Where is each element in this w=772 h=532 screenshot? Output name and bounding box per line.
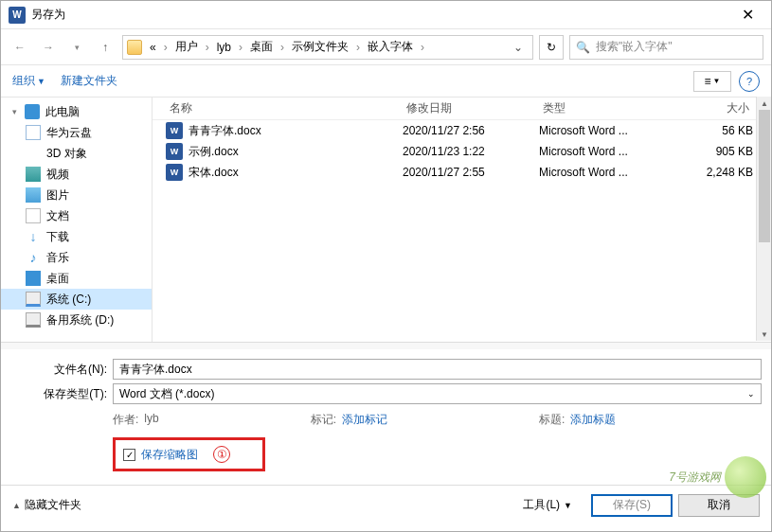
col-date[interactable]: 修改日期 — [403, 100, 539, 116]
sidebar-scrollbar[interactable]: ▲ ▼ — [756, 97, 771, 341]
nav-recent-icon[interactable]: ▾ — [65, 36, 88, 59]
music-icon: ♪ — [26, 250, 41, 265]
file-size: 56 KB — [668, 124, 753, 137]
address-dropdown-icon[interactable]: ⌄ — [508, 41, 529, 54]
new-folder-button[interactable]: 新建文件夹 — [61, 73, 117, 89]
search-placeholder: 搜索"嵌入字体" — [596, 39, 673, 55]
file-date: 2020/11/23 1:22 — [403, 145, 539, 158]
video-icon — [26, 167, 41, 182]
file-list: 名称 修改日期 类型 大小 W青青字体.docx2020/11/27 2:56M… — [153, 98, 771, 342]
sidebar-item[interactable]: 系统 (C:) — [1, 289, 152, 310]
expand-icon[interactable]: ▾ — [12, 107, 17, 116]
file-type: Microsoft Word ... — [539, 166, 668, 179]
file-type: Microsoft Word ... — [539, 124, 668, 137]
crumb[interactable]: 嵌入字体 — [364, 37, 417, 57]
file-row[interactable]: W青青字体.docx2020/11/27 2:56Microsoft Word … — [153, 120, 771, 141]
crumb[interactable]: 用户 — [171, 37, 202, 57]
scroll-up-icon[interactable]: ▲ — [757, 97, 772, 110]
sidebar-item[interactable]: 备用系统 (D:) — [1, 310, 152, 330]
sidebar-item-label: 音乐 — [46, 250, 69, 266]
filetype-select[interactable]: Word 文档 (*.docx)⌄ — [113, 383, 762, 404]
title-label: 标题: — [539, 412, 565, 428]
save-thumbnail-label[interactable]: 保存缩略图 — [141, 447, 198, 463]
annotation-1: ① — [213, 446, 230, 463]
crumb[interactable]: 桌面 — [246, 37, 277, 57]
save-thumbnail-highlight: ✓ 保存缩略图 ① — [113, 437, 265, 471]
word-file-icon: W — [166, 143, 183, 160]
word-app-icon: W — [9, 7, 26, 24]
view-mode-button[interactable]: ≡▼ — [693, 71, 731, 92]
tags-value[interactable]: 添加标记 — [342, 412, 387, 428]
pc-icon — [25, 104, 40, 119]
threed-icon — [26, 146, 41, 161]
pic-icon — [26, 187, 41, 203]
sidebar-item[interactable]: ▾此电脑 — [1, 101, 152, 122]
file-name: 示例.docx — [189, 144, 403, 160]
sidebar-item[interactable]: 华为云盘 — [1, 122, 152, 143]
drive-icon — [26, 292, 41, 307]
sidebar-item-label: 下载 — [46, 229, 69, 245]
author-value[interactable]: lyb — [144, 412, 158, 428]
word-file-icon: W — [166, 122, 183, 139]
sidebar-item[interactable]: 桌面 — [1, 268, 152, 289]
desk-icon — [26, 271, 41, 286]
sidebar-item[interactable]: ♪音乐 — [1, 247, 152, 268]
doc-icon — [26, 208, 41, 223]
address-bar[interactable]: «› 用户› lyb› 桌面› 示例文件夹› 嵌入字体› ⌄ — [122, 35, 533, 60]
tools-menu[interactable]: 工具(L)▼ — [523, 497, 572, 513]
crumb[interactable]: 示例文件夹 — [288, 37, 352, 57]
folder-icon — [127, 40, 142, 55]
cloud-icon — [26, 125, 41, 140]
col-size[interactable]: 大小 — [668, 100, 753, 116]
sidebar-item-label: 华为云盘 — [46, 125, 92, 141]
sidebar: ▾此电脑华为云盘3D 对象视频图片文档↓下载♪音乐桌面系统 (C:)备用系统 (… — [1, 98, 153, 342]
sidebar-item[interactable]: 文档 — [1, 205, 152, 226]
sidebar-item[interactable]: 3D 对象 — [1, 143, 152, 164]
file-size: 905 KB — [668, 145, 753, 158]
file-row[interactable]: W示例.docx2020/11/23 1:22Microsoft Word ..… — [153, 141, 771, 162]
nav-forward-icon: → — [37, 36, 60, 59]
sidebar-item-label: 图片 — [46, 187, 69, 204]
file-size: 2,248 KB — [668, 166, 753, 179]
search-icon: 🔍 — [576, 41, 590, 54]
filetype-label: 保存类型(T): — [10, 386, 113, 402]
sidebar-item[interactable]: 视频 — [1, 164, 152, 185]
sidebar-item-label: 此电脑 — [45, 104, 80, 120]
organize-menu[interactable]: 组织▼ — [12, 73, 45, 89]
search-input[interactable]: 🔍 搜索"嵌入字体" — [569, 35, 763, 60]
save-thumbnail-checkbox[interactable]: ✓ — [123, 449, 135, 461]
tags-label: 标记: — [311, 412, 336, 428]
file-date: 2020/11/27 2:55 — [403, 166, 539, 179]
scroll-down-icon[interactable]: ▼ — [757, 328, 772, 341]
sidebar-item-label: 视频 — [46, 167, 69, 183]
cancel-button[interactable]: 取消 — [678, 494, 760, 517]
sidebar-item[interactable]: 图片 — [1, 185, 152, 205]
crumb[interactable]: lyb — [213, 39, 235, 56]
file-name: 青青字体.docx — [189, 123, 403, 139]
filename-input[interactable]: 青青字体.docx — [113, 359, 762, 380]
word-file-icon: W — [166, 164, 183, 181]
author-label: 作者: — [113, 412, 138, 428]
sidebar-item-label: 3D 对象 — [46, 146, 87, 162]
col-name[interactable]: 名称 — [166, 100, 403, 116]
down-icon: ↓ — [26, 229, 41, 244]
refresh-icon[interactable]: ↻ — [539, 35, 564, 60]
col-type[interactable]: 类型 — [539, 100, 668, 116]
sidebar-item[interactable]: ↓下载 — [1, 226, 152, 247]
file-date: 2020/11/27 2:56 — [403, 124, 539, 137]
save-button[interactable]: 保存(S) — [591, 494, 673, 517]
title-value[interactable]: 添加标题 — [570, 412, 616, 428]
help-icon[interactable]: ? — [739, 71, 760, 92]
crumb[interactable]: « — [146, 39, 160, 56]
file-row[interactable]: W宋体.docx2020/11/27 2:55Microsoft Word ..… — [153, 162, 771, 183]
nav-up-icon[interactable]: ↑ — [94, 36, 117, 59]
nav-back-icon[interactable]: ← — [9, 36, 31, 59]
window-title: 另存为 — [31, 7, 732, 23]
file-name: 宋体.docx — [189, 165, 403, 181]
hide-folders-button[interactable]: ▲隐藏文件夹 — [12, 497, 81, 513]
sidebar-item-label: 系统 (C:) — [46, 292, 91, 308]
filename-label: 文件名(N): — [10, 362, 113, 378]
sidebar-item-label: 文档 — [46, 208, 69, 224]
scroll-thumb[interactable] — [759, 110, 770, 242]
close-icon[interactable]: ✕ — [732, 2, 763, 27]
